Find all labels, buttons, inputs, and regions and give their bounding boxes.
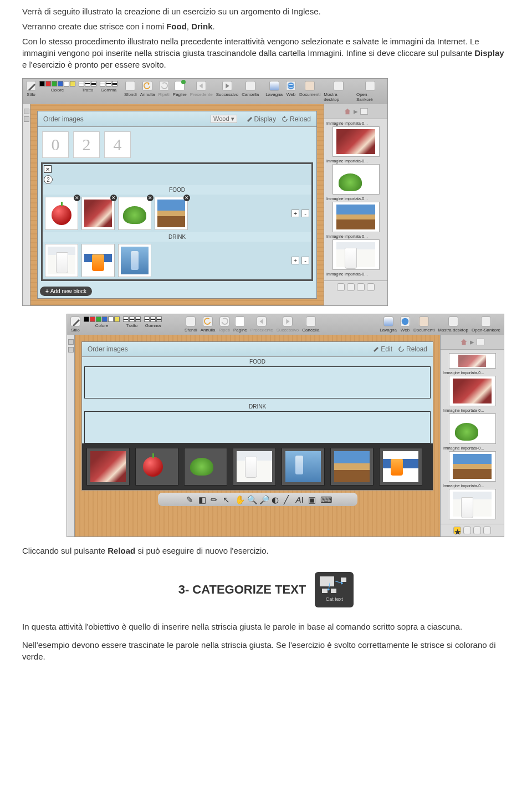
categorize-text-icon: Cat text bbox=[315, 572, 354, 607]
zoomin-icon[interactable]: 🔍 bbox=[247, 495, 256, 504]
drink-dropzone[interactable] bbox=[84, 411, 431, 443]
laser-icon[interactable]: ◐ bbox=[272, 495, 280, 504]
library-item[interactable]: Immagine importata-0… bbox=[326, 272, 385, 276]
library-item[interactable]: Immagine importata-0… bbox=[443, 446, 502, 482]
library-item[interactable]: Immagine importata-0… bbox=[326, 234, 385, 270]
marker-icon[interactable]: ✏ bbox=[211, 495, 219, 504]
star-icon[interactable] bbox=[337, 283, 345, 291]
food-item[interactable]: ✕ bbox=[81, 197, 115, 230]
gallery-item[interactable] bbox=[379, 448, 422, 486]
display-button[interactable]: Display bbox=[246, 115, 276, 123]
library-item[interactable] bbox=[443, 353, 502, 369]
gallery-item[interactable] bbox=[135, 448, 178, 486]
trash-icon[interactable] bbox=[367, 283, 375, 291]
tool-web[interactable]: Web bbox=[400, 316, 410, 333]
section-title: 3- CATEGORIZE TEXT bbox=[178, 583, 306, 597]
tool-colore[interactable]: Colore bbox=[39, 81, 75, 93]
minus-button[interactable]: - bbox=[301, 210, 309, 217]
tool-gomma[interactable]: Gomma bbox=[144, 316, 162, 328]
line-icon[interactable]: ╱ bbox=[284, 495, 293, 504]
library-item[interactable]: Immagine importata-0… bbox=[443, 408, 502, 444]
minus-button[interactable]: - bbox=[301, 257, 309, 264]
pointer-icon[interactable]: ↖ bbox=[223, 495, 232, 504]
intro-p2: Verranno create due strisce con i nomi F… bbox=[22, 21, 510, 32]
tool-stilo[interactable]: Stilo bbox=[26, 81, 36, 97]
hand-icon[interactable]: ✋ bbox=[235, 495, 244, 504]
tool-web[interactable]: Web bbox=[286, 81, 296, 97]
library-item[interactable]: Immagine importata-0… bbox=[326, 121, 385, 157]
tool-tratto[interactable]: Tratto bbox=[79, 81, 96, 93]
food-dropzone[interactable] bbox=[84, 366, 431, 398]
tool-tratto[interactable]: Tratto bbox=[123, 316, 141, 328]
tool-colore[interactable]: Colore bbox=[84, 316, 120, 328]
tool-open[interactable]: Open-Sankoré bbox=[472, 316, 500, 333]
remove-icon[interactable]: ✕ bbox=[74, 195, 80, 201]
gallery-item[interactable] bbox=[282, 448, 325, 486]
gallery-item[interactable] bbox=[330, 448, 374, 486]
tool-gomma[interactable]: Gomma bbox=[100, 81, 117, 93]
library-item[interactable]: Immagine importata-0… bbox=[443, 371, 502, 406]
tool-open[interactable]: Open-Sankoré bbox=[356, 81, 384, 102]
tool-pagine[interactable]: Pagine bbox=[233, 316, 247, 333]
tool-annulla[interactable]: Annulla bbox=[140, 81, 155, 97]
drink-item[interactable] bbox=[118, 244, 151, 277]
drink-item[interactable] bbox=[81, 244, 115, 277]
tool-mostra[interactable]: Mostra desktop bbox=[324, 81, 353, 102]
folder-icon[interactable] bbox=[360, 108, 368, 115]
edit-button[interactable]: Edit bbox=[372, 345, 392, 353]
star-icon[interactable]: ★ bbox=[453, 527, 461, 534]
trash-icon[interactable] bbox=[483, 527, 491, 534]
remove-icon[interactable]: ✕ bbox=[110, 195, 117, 201]
plus-button[interactable]: + bbox=[291, 210, 299, 217]
tool-cancella[interactable]: Cancella bbox=[242, 81, 259, 97]
tool-annulla[interactable]: Annulla bbox=[201, 316, 216, 333]
tool-succ[interactable]: Successivo bbox=[216, 81, 238, 97]
close-icon[interactable]: ✕ bbox=[44, 165, 52, 173]
library-item[interactable]: Immagine importata-0… bbox=[326, 197, 385, 232]
tool-sfondi[interactable]: Sfondi bbox=[185, 316, 197, 333]
card-4[interactable]: 4 bbox=[104, 131, 131, 158]
gallery-item[interactable] bbox=[86, 448, 130, 486]
theme-select[interactable]: Wood ▾ bbox=[211, 115, 237, 123]
drink-strip[interactable]: +- bbox=[43, 242, 311, 279]
pen-icon[interactable]: ✎ bbox=[186, 495, 195, 504]
text-icon[interactable]: AI bbox=[296, 495, 305, 504]
food-item[interactable]: ✕ bbox=[45, 197, 78, 230]
food-strip[interactable]: ✕ ✕ ✕ ✕ +- bbox=[43, 195, 311, 232]
capture-icon[interactable]: ▣ bbox=[308, 495, 317, 504]
tool-sfondi[interactable]: Sfondi bbox=[124, 81, 137, 97]
home-icon[interactable] bbox=[344, 108, 351, 115]
card-2[interactable]: 2 bbox=[73, 131, 100, 158]
tool-lavagna[interactable]: Lavagna bbox=[380, 316, 397, 333]
library-item[interactable]: Immagine importata-0… bbox=[443, 484, 502, 519]
reload-button[interactable]: Reload bbox=[398, 345, 427, 353]
tool-cancella[interactable]: Cancella bbox=[302, 316, 319, 333]
add-icon[interactable] bbox=[357, 283, 365, 291]
plus-button[interactable]: + bbox=[291, 257, 299, 264]
library-panel: ▸ Immagine importata-0… Immagine importa… bbox=[324, 104, 387, 305]
food-item[interactable]: ✕ bbox=[155, 197, 188, 230]
drink-item[interactable] bbox=[45, 244, 78, 277]
food-item[interactable]: ✕ bbox=[118, 197, 151, 230]
library-item[interactable]: Immagine importata-0… bbox=[326, 159, 385, 195]
intro-p3: Con lo stesso procedimento illustrato ne… bbox=[22, 35, 510, 70]
tool-lavagna[interactable]: Lavagna bbox=[265, 81, 283, 97]
tool-documenti[interactable]: Documenti bbox=[299, 81, 320, 97]
add-block-button[interactable]: +Add new block bbox=[40, 287, 92, 296]
gallery-item[interactable] bbox=[184, 448, 227, 486]
tool-stilo[interactable]: Stilo bbox=[70, 316, 80, 333]
eraser-icon[interactable]: ◧ bbox=[198, 495, 207, 504]
reload-button[interactable]: Reload bbox=[282, 115, 311, 123]
zoomout-icon[interactable]: 🔎 bbox=[259, 495, 268, 504]
number-cards: 0 2 4 bbox=[38, 127, 316, 162]
gallery-item[interactable] bbox=[233, 448, 276, 486]
card-0[interactable]: 0 bbox=[42, 131, 69, 158]
home-icon[interactable] bbox=[460, 338, 468, 346]
tool-mostra[interactable]: Mostra desktop bbox=[438, 316, 468, 333]
tool-pagine[interactable]: Pagine bbox=[173, 81, 187, 97]
tool-documenti[interactable]: Documenti bbox=[413, 316, 434, 333]
keyboard-icon[interactable]: ⌨ bbox=[320, 495, 329, 504]
search-icon[interactable] bbox=[347, 283, 355, 291]
remove-icon[interactable]: ✕ bbox=[147, 195, 154, 201]
remove-icon[interactable]: ✕ bbox=[183, 195, 190, 201]
